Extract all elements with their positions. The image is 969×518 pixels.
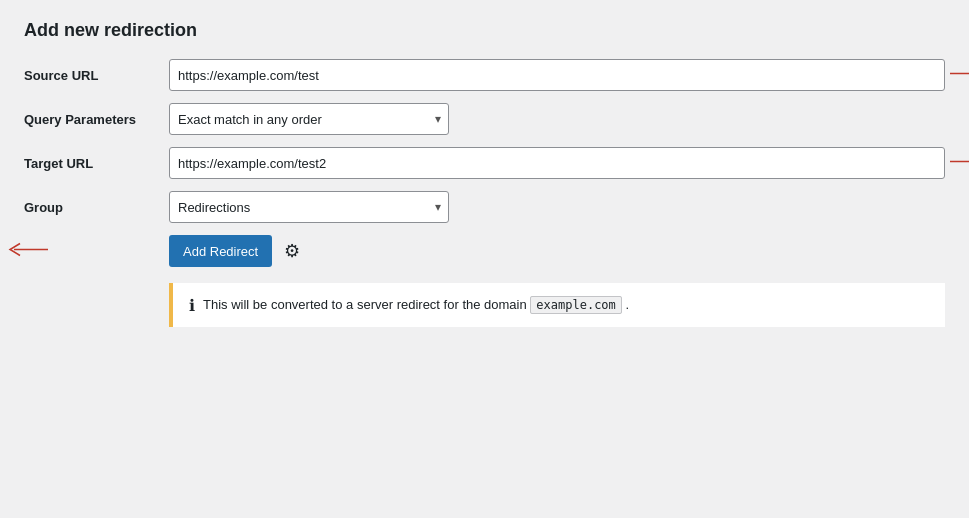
source-url-arrow-icon (950, 65, 969, 86)
query-parameters-select[interactable]: Exact match in any order Ignore all para… (169, 103, 449, 135)
group-select-wrapper: Redirections Modified Posts ▾ (169, 191, 449, 223)
settings-gear-button[interactable]: ⚙ (280, 236, 304, 266)
query-parameters-select-wrapper: Exact match in any order Ignore all para… (169, 103, 449, 135)
target-url-arrow-icon (950, 153, 969, 174)
page-title: Add new redirection (24, 20, 945, 41)
target-url-input[interactable] (169, 147, 945, 179)
target-url-row: Target URL (24, 147, 945, 179)
notice-box: ℹ This will be converted to a server red… (169, 283, 945, 327)
query-parameters-field: Exact match in any order Ignore all para… (169, 103, 945, 135)
target-url-label: Target URL (24, 156, 169, 171)
action-buttons: Add Redirect ⚙ (169, 235, 304, 267)
page-container: Add new redirection Source URL Query Par… (0, 0, 969, 518)
gear-icon: ⚙ (284, 240, 300, 262)
target-url-field (169, 147, 945, 179)
group-field: Redirections Modified Posts ▾ (169, 191, 945, 223)
notice-text-after: . (625, 297, 629, 312)
source-url-input[interactable] (169, 59, 945, 91)
query-parameters-label: Query Parameters (24, 112, 169, 127)
source-url-label: Source URL (24, 68, 169, 83)
notice-domain: example.com (530, 296, 621, 314)
source-url-field (169, 59, 945, 91)
source-url-row: Source URL (24, 59, 945, 91)
button-row: Add Redirect ⚙ (24, 235, 945, 267)
info-icon: ℹ (189, 296, 195, 315)
query-parameters-row: Query Parameters Exact match in any orde… (24, 103, 945, 135)
group-select[interactable]: Redirections Modified Posts (169, 191, 449, 223)
add-redirect-arrow-icon (4, 241, 49, 262)
notice-text-before: This will be converted to a server redir… (203, 297, 527, 312)
notice-text: This will be converted to a server redir… (203, 295, 629, 315)
group-row: Group Redirections Modified Posts ▾ (24, 191, 945, 223)
group-label: Group (24, 200, 169, 215)
add-redirect-button[interactable]: Add Redirect (169, 235, 272, 267)
